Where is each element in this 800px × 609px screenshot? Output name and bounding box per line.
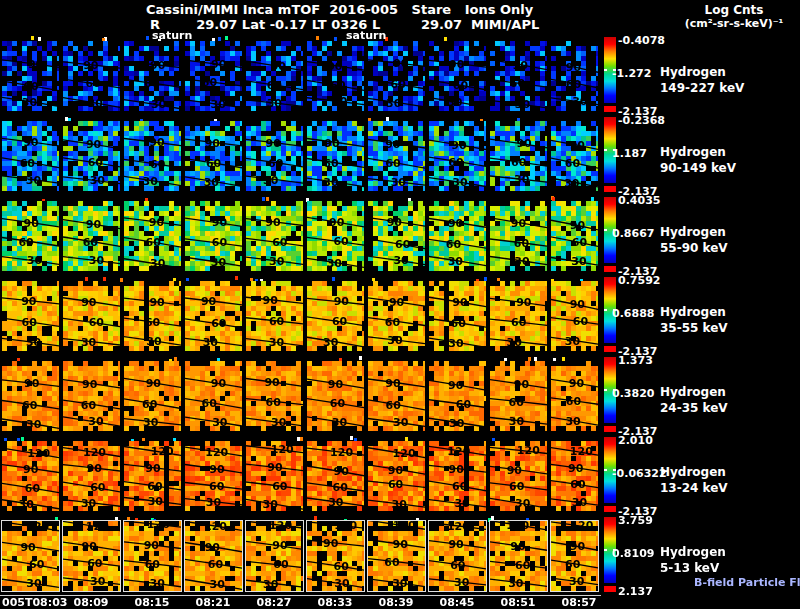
heatmap-tile (2, 201, 59, 271)
colorbar-tick (604, 549, 607, 551)
heatmap-tile (2, 281, 59, 351)
energy-label: 35-55 keV (660, 322, 728, 335)
time-tick-label: 08:09 (61, 596, 121, 609)
saturn-annotation: saturn (152, 29, 192, 42)
heatmap-tile (63, 361, 120, 431)
energy-row-55-90-kev: 0.40350.8667-2.137Hydrogen55-90 keV (0, 196, 800, 276)
colorbar-mid-value: 0.3820 (612, 388, 654, 399)
heatmap-tile (63, 121, 120, 191)
event-tick (146, 36, 149, 40)
time-tick-label: 08:27 (244, 596, 304, 609)
colorbar-underflow-block (604, 346, 616, 352)
heatmap-tile (185, 201, 242, 271)
colorbar-underflow-block (604, 186, 616, 192)
heatmap-tile (307, 281, 364, 351)
event-tick (225, 36, 228, 40)
heatmap-tile (185, 121, 242, 191)
energy-label: 24-35 keV (660, 402, 728, 415)
energy-row-24-35-kev: 1.3730.3820-2.137Hydrogen24-35 keV (0, 356, 800, 436)
heatmap-tile (246, 441, 303, 511)
heatmap-tile (2, 441, 59, 511)
colorbar-mid-value: -1.272 (612, 68, 651, 79)
species-label: Hydrogen (660, 66, 726, 79)
event-tick (350, 436, 353, 440)
time-tick-label: 08:33 (305, 596, 365, 609)
heatmap-tile (429, 201, 486, 271)
heatmap-tile (307, 521, 364, 591)
event-tick (31, 36, 34, 40)
heatmap-tile (63, 441, 120, 511)
colorbar-top-value: 3.759 (618, 515, 653, 526)
heatmap-tile (246, 121, 303, 191)
heatmap-tile (124, 281, 181, 351)
heatmap-tile (124, 441, 181, 511)
heatmap-tile (551, 201, 598, 271)
heatmap-tile (368, 281, 425, 351)
heatmap-tile (246, 281, 303, 351)
heatmap-tile (368, 201, 425, 271)
colorbar-tick (604, 309, 607, 311)
heatmap-tile (124, 521, 181, 591)
time-tick-label: 08:51 (488, 596, 548, 609)
heatmap-tile (490, 41, 547, 111)
energy-label: 90-149 keV (660, 162, 736, 175)
heatmap-tile (490, 201, 547, 271)
unit-line2: (cm²-sr-s-keV)⁻¹ (668, 17, 800, 30)
colorbar-underflow-block (604, 586, 616, 592)
heatmap-tile (551, 41, 598, 111)
heatmap-tile (429, 521, 486, 591)
heatmap-tile (246, 361, 303, 431)
colorbar-underflow-block (604, 426, 616, 432)
colorbar-tick (604, 229, 607, 231)
time-tick-label: 08:21 (183, 596, 243, 609)
ephemeris-line: R 29.07 Lat -0.17 LT 0326 L 29.07 MIMI/A… (150, 17, 539, 32)
heatmap-tile (368, 41, 425, 111)
heatmap-tile (307, 121, 364, 191)
species-label: Hydrogen (660, 546, 726, 559)
time-tick-label: 08:57 (549, 596, 609, 609)
energy-row-35-55-kev: 0.75920.6888-2.137Hydrogen35-55 keV (0, 276, 800, 356)
colorbar-top-value: 1.373 (618, 355, 653, 366)
heatmap-tile (429, 121, 486, 191)
event-tick (120, 278, 123, 282)
heatmap-tile (246, 201, 303, 271)
time-tick-label: 08:45 (427, 596, 487, 609)
time-tick-label: 08:39 (366, 596, 426, 609)
heatmap-tile (63, 41, 120, 111)
heatmap-tile (551, 521, 598, 591)
time-tick-label: 08:15 (122, 596, 182, 609)
heatmap-tile (368, 121, 425, 191)
heatmap-tile (63, 281, 120, 351)
colorbar-underflow-block (604, 506, 616, 512)
heatmap-tile (185, 41, 242, 111)
heatmap-tile (63, 521, 120, 591)
colorbar-unit-label: Log Cnts (cm²-sr-s-keV)⁻¹ (668, 3, 800, 30)
bfield-flow-label: B-field Particle Flow (694, 576, 800, 589)
heatmap-tile (368, 521, 425, 591)
energy-row-90-149-kev: -0.23681.187-2.137Hydrogen90-149 keV (0, 116, 800, 196)
species-label: Hydrogen (660, 226, 726, 239)
heatmap-tile (490, 521, 547, 591)
colorbar-mid-value: 0.8667 (612, 228, 654, 239)
colorbar-tick (604, 389, 607, 391)
colorbar-mid-value: 0.6888 (612, 308, 654, 319)
heatmap-tile (246, 41, 303, 111)
event-tick (491, 516, 494, 520)
heatmap-tile (307, 361, 364, 431)
heatmap-tile (429, 41, 486, 111)
event-tick (314, 516, 317, 520)
heatmap-tile (185, 281, 242, 351)
heatmap-tile (124, 121, 181, 191)
heatmap-tile (429, 281, 486, 351)
colorbar-top-value: 0.4035 (618, 195, 660, 206)
colorbar-mid-value: 0.8109 (612, 548, 654, 559)
heatmap-tile (490, 361, 547, 431)
heatmap-tile (490, 441, 547, 511)
heatmap-tile (63, 201, 120, 271)
heatmap-tile (246, 521, 303, 591)
page-title: Cassini/MIMI Inca mTOF 2016-005 Stare Io… (146, 2, 533, 17)
energy-row-149-227-kev: -0.4078-1.272-2.137Hydrogen149-227 keV (0, 36, 800, 116)
cassini-mimi-spectrogram: Cassini/MIMI Inca mTOF 2016-005 Stare Io… (0, 0, 800, 609)
heatmap-tile (2, 361, 59, 431)
energy-label: 55-90 keV (660, 242, 728, 255)
